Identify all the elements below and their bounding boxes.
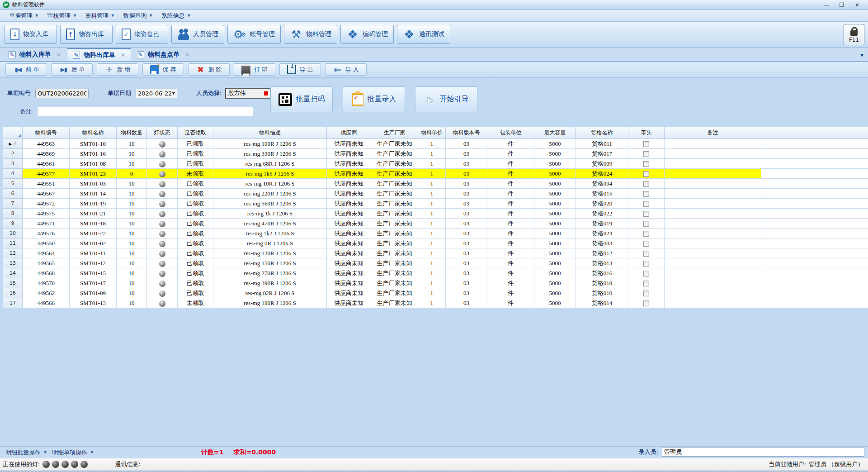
cell-shelf[interactable]: 货格014 xyxy=(576,298,628,308)
cell-note[interactable] xyxy=(665,278,761,288)
cell-version[interactable]: 03 xyxy=(446,199,487,209)
cell-odd[interactable] xyxy=(628,258,665,268)
cell-received[interactable]: 已领取 xyxy=(178,248,213,258)
batch-operations-menu[interactable]: 明细批量操作 ▼ xyxy=(5,448,47,457)
table-row[interactable]: ▶17 449566 SMT01-13 10 未领取 res-mg 180R J… xyxy=(3,298,868,308)
table-row[interactable]: ▶1 449563 SMT01-10 10 已领取 res-mg 100R J … xyxy=(3,139,868,149)
cell-qty[interactable]: 0 xyxy=(117,169,147,179)
cell-supplier[interactable]: 供应商未知 xyxy=(327,268,371,278)
cell-lamp[interactable] xyxy=(147,159,178,169)
cell-qty[interactable]: 10 xyxy=(117,258,147,268)
action-button[interactable]: 后 单 xyxy=(51,63,93,76)
cell-maker[interactable]: 生产厂家未知 xyxy=(371,179,418,189)
cell-note[interactable] xyxy=(665,229,761,238)
cell-price[interactable]: 1 xyxy=(418,219,446,229)
cell-capacity[interactable]: 5000 xyxy=(534,298,576,308)
odd-checkbox[interactable] xyxy=(643,261,649,267)
cell-capacity[interactable]: 5000 xyxy=(534,229,576,238)
cell-maker[interactable]: 生产厂家未知 xyxy=(371,209,418,219)
row-header-cell[interactable]: ▶6 xyxy=(3,189,23,199)
cell-lamp[interactable] xyxy=(147,189,178,199)
tab[interactable]: ✎ 物料入库单 ✕ xyxy=(3,48,67,61)
cell-price[interactable]: 1 xyxy=(418,199,446,209)
cell-capacity[interactable]: 5000 xyxy=(534,159,576,169)
cell-qty[interactable]: 10 xyxy=(117,298,147,308)
cell-shelf[interactable]: 货格020 xyxy=(576,199,628,209)
col-header-received[interactable]: 是否领取 xyxy=(178,127,213,139)
cell-maker[interactable]: 生产厂家未知 xyxy=(371,139,418,149)
cell-code[interactable]: 449572 xyxy=(23,199,70,209)
menu-item[interactable]: 系统信息 ▼ xyxy=(157,11,195,21)
cell-desc[interactable]: res-mg 270R J 1206 S xyxy=(213,268,327,278)
col-header-qty[interactable]: 物料数量 xyxy=(117,127,147,139)
cell-maker[interactable]: 生产厂家未知 xyxy=(371,189,418,199)
cell-lamp[interactable] xyxy=(147,229,178,238)
cell-unit[interactable]: 件 xyxy=(487,159,534,169)
cell-capacity[interactable]: 5000 xyxy=(534,258,576,268)
cell-lamp[interactable] xyxy=(147,268,178,278)
cell-odd[interactable] xyxy=(628,238,665,248)
cell-maker[interactable]: 生产厂家未知 xyxy=(371,268,418,278)
cell-shelf[interactable]: 货格015 xyxy=(576,189,628,199)
row-header-cell[interactable]: ▶3 xyxy=(3,159,23,169)
menu-item[interactable]: 资料管理 ▼ xyxy=(80,11,118,21)
cell-version[interactable]: 03 xyxy=(446,229,487,238)
cell-unit[interactable]: 件 xyxy=(487,179,534,189)
cell-code[interactable]: 449565 xyxy=(23,258,70,268)
cell-name[interactable]: SMT01-09 xyxy=(70,288,117,298)
cell-odd[interactable] xyxy=(628,219,665,229)
cell-desc[interactable]: res-mg 100R J 1206 S xyxy=(213,139,327,149)
single-operations-menu[interactable]: 明细单项操作 ▼ xyxy=(52,448,93,457)
cell-name[interactable]: SMT01-15 xyxy=(70,268,117,278)
cell-received[interactable]: 已领取 xyxy=(178,288,213,298)
cell-version[interactable]: 03 xyxy=(446,258,487,268)
cell-lamp[interactable] xyxy=(147,199,178,209)
toolbar-button[interactable]: 通讯测试 xyxy=(397,25,450,44)
col-header-maker[interactable]: 生产厂家 xyxy=(371,127,418,139)
odd-checkbox[interactable] xyxy=(643,221,649,227)
action-button[interactable]: 打 印 xyxy=(234,63,275,76)
order-date-select[interactable]: 2020-06-22 ▼ xyxy=(136,89,177,98)
cell-qty[interactable]: 10 xyxy=(117,149,147,159)
cell-lamp[interactable] xyxy=(147,149,178,159)
cell-name[interactable]: SMT01-02 xyxy=(70,238,117,248)
table-row[interactable]: ▶12 449564 SMT01-11 10 已领取 res-mg 120R J… xyxy=(3,248,868,258)
cell-version[interactable]: 03 xyxy=(446,238,487,248)
odd-checkbox[interactable] xyxy=(643,191,649,197)
cell-maker[interactable]: 生产厂家未知 xyxy=(371,288,418,298)
cell-shelf[interactable]: 货格018 xyxy=(576,278,628,288)
cell-version[interactable]: 03 xyxy=(446,298,487,308)
cell-code[interactable]: 449577 xyxy=(23,169,70,179)
odd-checkbox[interactable] xyxy=(643,171,649,177)
row-header-cell[interactable]: ▶12 xyxy=(3,248,23,258)
cell-unit[interactable]: 件 xyxy=(487,229,534,238)
cell-price[interactable]: 1 xyxy=(418,258,446,268)
cell-lamp[interactable] xyxy=(147,258,178,268)
cell-maker[interactable]: 生产厂家未知 xyxy=(371,298,418,308)
cell-code[interactable]: 449563 xyxy=(23,139,70,149)
cell-desc[interactable]: res-mg 120R J 1206 S xyxy=(213,248,327,258)
cell-odd[interactable] xyxy=(628,209,665,219)
table-row[interactable]: ▶4 449577 SMT01-23 0 未领取 res-mg 1k5 J 12… xyxy=(3,169,868,179)
cell-received[interactable]: 已领取 xyxy=(178,189,213,199)
minimize-button[interactable]: — xyxy=(822,2,831,8)
cell-name[interactable]: SMT01-23 xyxy=(70,169,117,179)
cell-code[interactable]: 449551 xyxy=(23,179,70,189)
cell-unit[interactable]: 件 xyxy=(487,189,534,199)
cell-qty[interactable]: 10 xyxy=(117,199,147,209)
cell-unit[interactable]: 件 xyxy=(487,219,534,229)
cell-capacity[interactable]: 5000 xyxy=(534,238,576,248)
cell-desc[interactable]: res-mg 470R J 1206 S xyxy=(213,219,327,229)
cell-name[interactable]: SMT01-08 xyxy=(70,159,117,169)
cell-lamp[interactable] xyxy=(147,288,178,298)
cell-price[interactable]: 1 xyxy=(418,149,446,159)
person-indicator-icon[interactable] xyxy=(264,91,268,95)
toolbar-button[interactable]: 编码管理 xyxy=(340,25,394,44)
cell-code[interactable]: 449576 xyxy=(23,229,70,238)
cell-code[interactable]: 449570 xyxy=(23,278,70,288)
odd-checkbox[interactable] xyxy=(643,141,649,147)
table-row[interactable]: ▶3 449561 SMT01-08 10 已领取 res-mg 68R J 1… xyxy=(3,159,868,169)
cell-maker[interactable]: 生产厂家未知 xyxy=(371,149,418,159)
cell-shelf[interactable]: 货格004 xyxy=(576,179,628,189)
cell-capacity[interactable]: 5000 xyxy=(534,169,576,179)
